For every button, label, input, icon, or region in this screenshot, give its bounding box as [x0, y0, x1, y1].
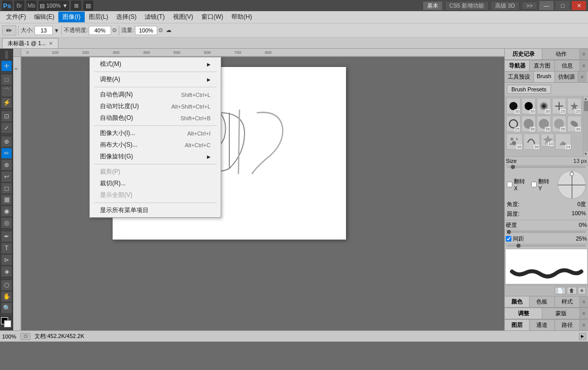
- opacity-input[interactable]: [89, 26, 111, 35]
- brush-grid-scrollbar[interactable]: ▲ ▼: [583, 96, 588, 156]
- tab-navigator[interactable]: 导航器: [505, 60, 530, 71]
- brush-thumbnail-grid[interactable]: 30 30 30: [505, 96, 583, 156]
- menu-layer[interactable]: 图层(L): [85, 12, 113, 22]
- tool-path-select[interactable]: ⊳: [1, 254, 12, 265]
- brush-size-input[interactable]: [34, 26, 53, 35]
- spacing-check[interactable]: [506, 236, 511, 242]
- tool-zoom[interactable]: 🔍: [1, 302, 12, 314]
- menu-adjust[interactable]: 调整(A): [90, 74, 221, 85]
- tool-clone[interactable]: ⊗: [1, 159, 12, 171]
- tool-history-brush[interactable]: ↩: [1, 171, 12, 182]
- menu-window[interactable]: 窗口(W): [197, 12, 227, 22]
- hardness-slider-thumb[interactable]: [507, 230, 511, 234]
- tab-history[interactable]: 历史记录: [505, 49, 542, 59]
- tab-adjust[interactable]: 调整: [505, 308, 542, 319]
- layers-panel-menu-btn[interactable]: ≡: [580, 320, 588, 330]
- workspace-basic-btn[interactable]: 基本: [423, 1, 443, 11]
- tool-pen[interactable]: ✒: [1, 231, 12, 242]
- tab-histogram[interactable]: 直方图: [530, 60, 555, 71]
- brush-presets-button[interactable]: Brush Presets: [507, 85, 551, 94]
- menu-show-all[interactable]: 显示所有菜单项目: [90, 205, 221, 216]
- workspace-more-btn[interactable]: >>: [522, 2, 537, 10]
- tool-move[interactable]: ✛: [1, 60, 12, 72]
- canvas-area[interactable]: 0 100 200 300 400 500 600 700 800 0: [13, 49, 504, 330]
- history-panel-menu-btn[interactable]: ≡: [580, 49, 588, 59]
- bottom-scroll-right[interactable]: ▶: [579, 333, 586, 340]
- tab-channels[interactable]: 通道: [530, 320, 555, 330]
- canvas-viewport[interactable]: 模式(M) 调整(A) 自动色调(N) Shift+Ctrl+L 自动对比度(U…: [21, 57, 504, 330]
- brush-cell-11[interactable]: 36: [506, 133, 523, 150]
- brush-cell-9[interactable]: 36: [552, 116, 566, 132]
- menu-edit[interactable]: 编辑(E): [30, 12, 58, 22]
- brush-cell-5[interactable]: 25: [567, 98, 581, 114]
- tab-info[interactable]: 信息: [555, 60, 580, 71]
- background-color[interactable]: [4, 320, 11, 327]
- size-down-btn[interactable]: ▼: [54, 27, 59, 33]
- tool-shape[interactable]: ◈: [1, 266, 12, 277]
- brush-cell-3[interactable]: 30: [537, 98, 551, 114]
- size-slider-thumb[interactable]: [511, 165, 515, 169]
- menu-image[interactable]: 图像(I): [58, 12, 84, 22]
- maximize-btn[interactable]: □: [556, 1, 570, 10]
- brush-cell-4[interactable]: 25: [552, 98, 566, 114]
- menu-select[interactable]: 选择(S): [112, 12, 141, 22]
- scroll-down-btn[interactable]: ▼: [584, 152, 588, 156]
- brush-angle-circle[interactable]: [558, 171, 586, 199]
- hardness-slider-track[interactable]: [507, 231, 586, 233]
- tab-clone-source[interactable]: 仿制源: [555, 72, 578, 82]
- brush-cell-10[interactable]: 36: [567, 116, 581, 132]
- tab-layers[interactable]: 图层: [505, 320, 530, 330]
- brush-cell-1[interactable]: 30: [506, 98, 521, 114]
- workspace-cs5-btn[interactable]: CS5 新增功能: [445, 1, 489, 11]
- view-mode-icon[interactable]: ▤ 100% ▼: [39, 1, 69, 11]
- doc-tab-main[interactable]: 未标题-1 @ 1... ✕: [2, 38, 58, 48]
- tool-lasso[interactable]: ⌒: [1, 86, 12, 97]
- menu-canvas-size[interactable]: 画布大小(S)... Alt+Ctrl+C: [90, 139, 221, 151]
- close-btn[interactable]: ✕: [572, 1, 586, 10]
- tool-eraser[interactable]: ◻: [1, 183, 12, 194]
- menu-filter[interactable]: 滤镜(T): [141, 12, 168, 22]
- brush-cell-8[interactable]: 36: [537, 116, 551, 132]
- menu-auto-tone[interactable]: 自动色调(N) Shift+Ctrl+L: [90, 89, 221, 100]
- workspace-3d-btn[interactable]: 高级 3D: [491, 1, 520, 11]
- brush-cell-7[interactable]: 36: [522, 116, 536, 132]
- scroll-track[interactable]: [584, 101, 588, 152]
- menu-help[interactable]: 帮助(H): [227, 12, 256, 22]
- brush-cell-13[interactable]: 14: [541, 133, 554, 147]
- tool-gradient[interactable]: ▦: [1, 194, 12, 206]
- opacity-toggle[interactable]: ⊙: [112, 27, 117, 33]
- brush-cell-2[interactable]: 30: [522, 98, 536, 114]
- zoom-indicator[interactable]: ⬡: [20, 333, 30, 340]
- extra-icon[interactable]: ▤: [83, 1, 93, 11]
- flow-input[interactable]: [135, 26, 157, 35]
- menu-auto-color[interactable]: 自动颜色(O) Shift+Ctrl+B: [90, 112, 221, 124]
- mb-icon[interactable]: Mb: [26, 1, 37, 11]
- tab-mask[interactable]: 蒙版: [542, 308, 580, 319]
- color-panel-menu-btn[interactable]: ≡: [580, 296, 588, 307]
- tab-color[interactable]: 颜色: [505, 296, 530, 307]
- tab-tool-presets[interactable]: 工具预设: [505, 72, 534, 82]
- brush-cell-14[interactable]: 24: [555, 133, 571, 150]
- tool-panel-menu-btn[interactable]: ≡: [578, 72, 586, 82]
- tab-swatches[interactable]: 色板: [530, 296, 555, 307]
- br-icon[interactable]: Br: [14, 1, 24, 11]
- flow-toggle[interactable]: ⊙: [158, 27, 163, 33]
- tool-blur[interactable]: ◉: [1, 206, 12, 217]
- delete-brush-btn[interactable]: 🗑: [567, 287, 577, 294]
- brush-cell-12[interactable]: 36: [524, 133, 540, 150]
- menu-image-size[interactable]: 图像大小(I)... Alt+Ctrl+I: [90, 127, 221, 139]
- minimize-btn[interactable]: —: [539, 1, 554, 10]
- tool-text[interactable]: T: [1, 243, 12, 254]
- brush-cell-6[interactable]: 25: [506, 116, 521, 132]
- menu-file[interactable]: 文件(F): [2, 12, 30, 22]
- spacing-slider-track[interactable]: [507, 245, 586, 247]
- menu-view[interactable]: 视图(V): [169, 12, 197, 22]
- scroll-up-btn[interactable]: ▲: [584, 96, 588, 101]
- tab-paths[interactable]: 路径: [555, 320, 580, 330]
- tool-crop[interactable]: ⊡: [1, 111, 12, 122]
- flip-x-check[interactable]: [507, 182, 512, 187]
- create-new-brush-btn[interactable]: 📄: [555, 287, 566, 294]
- tool-hand[interactable]: ✋: [1, 291, 12, 302]
- brush-tool-btn[interactable]: ✏: [2, 25, 16, 36]
- tab-actions[interactable]: 动作: [542, 49, 580, 59]
